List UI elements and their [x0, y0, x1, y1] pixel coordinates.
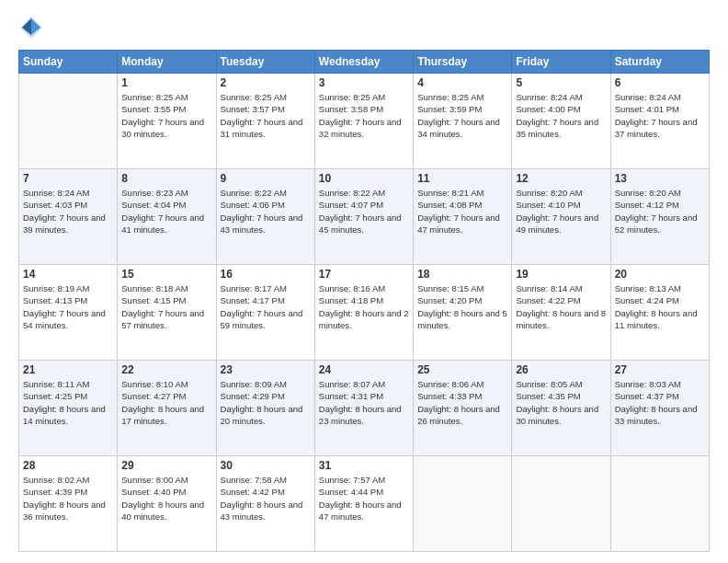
calendar-cell: 21Sunrise: 8:11 AMSunset: 4:25 PMDayligh…: [19, 361, 118, 456]
calendar-cell: 23Sunrise: 8:09 AMSunset: 4:29 PMDayligh…: [216, 361, 314, 456]
day-info: Sunrise: 8:10 AMSunset: 4:27 PMDaylight:…: [121, 378, 211, 427]
day-info: Sunrise: 8:02 AMSunset: 4:39 PMDaylight:…: [23, 474, 113, 523]
day-number: 31: [319, 459, 409, 472]
calendar-cell: 4Sunrise: 8:25 AMSunset: 3:59 PMDaylight…: [414, 74, 512, 169]
day-info: Sunrise: 8:14 AMSunset: 4:22 PMDaylight:…: [516, 282, 606, 331]
day-info: Sunrise: 8:11 AMSunset: 4:25 PMDaylight:…: [23, 378, 113, 427]
calendar-page: SundayMondayTuesdayWednesdayThursdayFrid…: [0, 0, 728, 563]
day-number: 7: [23, 172, 113, 185]
calendar-cell: 30Sunrise: 7:58 AMSunset: 4:42 PMDayligh…: [216, 456, 314, 552]
day-number: 8: [121, 172, 211, 185]
calendar-cell: 3Sunrise: 8:25 AMSunset: 3:58 PMDaylight…: [314, 74, 413, 169]
day-info: Sunrise: 8:23 AMSunset: 4:04 PMDaylight:…: [121, 187, 211, 236]
calendar-cell: 17Sunrise: 8:16 AMSunset: 4:18 PMDayligh…: [314, 265, 413, 361]
day-info: Sunrise: 8:24 AMSunset: 4:03 PMDaylight:…: [23, 187, 113, 236]
calendar-cell: 29Sunrise: 8:00 AMSunset: 4:40 PMDayligh…: [118, 456, 216, 552]
day-info: Sunrise: 8:05 AMSunset: 4:35 PMDaylight:…: [516, 378, 606, 427]
day-number: 19: [516, 268, 606, 281]
calendar-cell: 10Sunrise: 8:22 AMSunset: 4:07 PMDayligh…: [314, 169, 413, 265]
calendar-cell: [19, 74, 118, 169]
day-number: 15: [121, 268, 211, 281]
day-info: Sunrise: 8:25 AMSunset: 3:58 PMDaylight:…: [319, 91, 409, 140]
day-number: 5: [516, 76, 606, 89]
day-info: Sunrise: 8:25 AMSunset: 3:57 PMDaylight:…: [221, 91, 311, 140]
day-number: 23: [221, 363, 311, 376]
calendar-cell: 11Sunrise: 8:21 AMSunset: 4:08 PMDayligh…: [414, 169, 512, 265]
day-info: Sunrise: 8:19 AMSunset: 4:13 PMDaylight:…: [23, 282, 113, 331]
day-info: Sunrise: 7:57 AMSunset: 4:44 PMDaylight:…: [319, 474, 409, 523]
weekday-header-thursday: Thursday: [414, 51, 512, 74]
day-number: 12: [516, 172, 606, 185]
day-number: 25: [417, 363, 507, 376]
calendar-cell: 28Sunrise: 8:02 AMSunset: 4:39 PMDayligh…: [19, 456, 118, 552]
day-number: 22: [121, 363, 211, 376]
calendar-cell: 18Sunrise: 8:15 AMSunset: 4:20 PMDayligh…: [414, 265, 512, 361]
logo-icon: [18, 15, 44, 40]
day-info: Sunrise: 8:20 AMSunset: 4:10 PMDaylight:…: [516, 187, 606, 236]
day-number: 10: [319, 172, 409, 185]
calendar-cell: 26Sunrise: 8:05 AMSunset: 4:35 PMDayligh…: [512, 361, 610, 456]
calendar-cell: 1Sunrise: 8:25 AMSunset: 3:55 PMDaylight…: [118, 74, 216, 169]
day-number: 27: [615, 363, 705, 376]
day-info: Sunrise: 8:25 AMSunset: 3:55 PMDaylight:…: [121, 91, 211, 140]
day-number: 18: [417, 268, 507, 281]
day-number: 29: [121, 459, 211, 472]
day-info: Sunrise: 8:20 AMSunset: 4:12 PMDaylight:…: [615, 187, 705, 236]
day-info: Sunrise: 8:09 AMSunset: 4:29 PMDaylight:…: [221, 378, 311, 427]
calendar-cell: 31Sunrise: 7:57 AMSunset: 4:44 PMDayligh…: [314, 456, 413, 552]
day-info: Sunrise: 8:22 AMSunset: 4:06 PMDaylight:…: [221, 187, 311, 236]
day-number: 4: [417, 76, 507, 89]
day-info: Sunrise: 8:17 AMSunset: 4:17 PMDaylight:…: [221, 282, 311, 331]
day-info: Sunrise: 8:24 AMSunset: 4:00 PMDaylight:…: [516, 91, 606, 140]
day-info: Sunrise: 7:58 AMSunset: 4:42 PMDaylight:…: [221, 474, 311, 523]
calendar-cell: 8Sunrise: 8:23 AMSunset: 4:04 PMDaylight…: [118, 169, 216, 265]
calendar-cell: [512, 456, 610, 552]
weekday-header-tuesday: Tuesday: [216, 51, 314, 74]
calendar-cell: 12Sunrise: 8:20 AMSunset: 4:10 PMDayligh…: [512, 169, 610, 265]
day-number: 21: [23, 363, 113, 376]
day-number: 20: [615, 268, 705, 281]
header: [18, 15, 710, 40]
weekday-header-wednesday: Wednesday: [314, 51, 413, 74]
day-number: 17: [319, 268, 409, 281]
weekday-header-saturday: Saturday: [610, 51, 709, 74]
day-info: Sunrise: 8:25 AMSunset: 3:59 PMDaylight:…: [417, 91, 507, 140]
day-number: 3: [319, 76, 409, 89]
day-info: Sunrise: 8:00 AMSunset: 4:40 PMDaylight:…: [121, 474, 211, 523]
day-number: 24: [319, 363, 409, 376]
day-info: Sunrise: 8:06 AMSunset: 4:33 PMDaylight:…: [417, 378, 507, 427]
day-number: 30: [221, 459, 311, 472]
calendar-cell: 9Sunrise: 8:22 AMSunset: 4:06 PMDaylight…: [216, 169, 314, 265]
calendar-cell: [414, 456, 512, 552]
day-info: Sunrise: 8:15 AMSunset: 4:20 PMDaylight:…: [417, 282, 507, 331]
calendar-cell: 20Sunrise: 8:13 AMSunset: 4:24 PMDayligh…: [610, 265, 709, 361]
day-info: Sunrise: 8:21 AMSunset: 4:08 PMDaylight:…: [417, 187, 507, 236]
day-number: 13: [615, 172, 705, 185]
day-info: Sunrise: 8:07 AMSunset: 4:31 PMDaylight:…: [319, 378, 409, 427]
day-info: Sunrise: 8:24 AMSunset: 4:01 PMDaylight:…: [615, 91, 705, 140]
day-info: Sunrise: 8:22 AMSunset: 4:07 PMDaylight:…: [319, 187, 409, 236]
day-info: Sunrise: 8:13 AMSunset: 4:24 PMDaylight:…: [615, 282, 705, 331]
day-number: 2: [221, 76, 311, 89]
logo: [18, 15, 48, 40]
day-number: 28: [23, 459, 113, 472]
weekday-header-friday: Friday: [512, 51, 610, 74]
day-info: Sunrise: 8:03 AMSunset: 4:37 PMDaylight:…: [615, 378, 705, 427]
calendar-cell: 15Sunrise: 8:18 AMSunset: 4:15 PMDayligh…: [118, 265, 216, 361]
weekday-header-row: SundayMondayTuesdayWednesdayThursdayFrid…: [19, 51, 710, 74]
calendar-cell: 22Sunrise: 8:10 AMSunset: 4:27 PMDayligh…: [118, 361, 216, 456]
calendar-week-row: 21Sunrise: 8:11 AMSunset: 4:25 PMDayligh…: [19, 361, 710, 456]
calendar-cell: 19Sunrise: 8:14 AMSunset: 4:22 PMDayligh…: [512, 265, 610, 361]
day-number: 14: [23, 268, 113, 281]
calendar-cell: 16Sunrise: 8:17 AMSunset: 4:17 PMDayligh…: [216, 265, 314, 361]
calendar-table: SundayMondayTuesdayWednesdayThursdayFrid…: [18, 50, 710, 552]
day-number: 16: [221, 268, 311, 281]
day-info: Sunrise: 8:16 AMSunset: 4:18 PMDaylight:…: [319, 282, 409, 331]
calendar-week-row: 1Sunrise: 8:25 AMSunset: 3:55 PMDaylight…: [19, 74, 710, 169]
calendar-cell: 27Sunrise: 8:03 AMSunset: 4:37 PMDayligh…: [610, 361, 709, 456]
day-number: 6: [615, 76, 705, 89]
calendar-cell: 13Sunrise: 8:20 AMSunset: 4:12 PMDayligh…: [610, 169, 709, 265]
calendar-week-row: 7Sunrise: 8:24 AMSunset: 4:03 PMDaylight…: [19, 169, 710, 265]
calendar-cell: 7Sunrise: 8:24 AMSunset: 4:03 PMDaylight…: [19, 169, 118, 265]
calendar-cell: 5Sunrise: 8:24 AMSunset: 4:00 PMDaylight…: [512, 74, 610, 169]
